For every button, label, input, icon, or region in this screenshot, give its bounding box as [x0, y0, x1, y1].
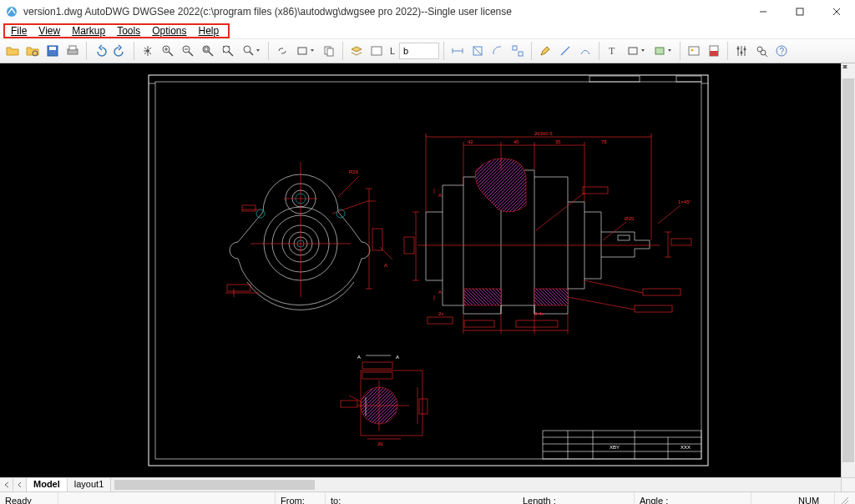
status-length: Length : [518, 492, 635, 504]
layer-prev-button[interactable] [367, 42, 386, 60]
svg-rect-9 [69, 46, 76, 50]
maximize-button[interactable] [782, 0, 818, 23]
markup-brush-button[interactable] [576, 42, 594, 60]
svg-rect-63 [543, 431, 701, 459]
svg-rect-28 [372, 47, 382, 55]
markup-line-button[interactable] [556, 42, 574, 60]
toolbar-separator [599, 42, 600, 60]
zoom-window-button[interactable] [199, 42, 217, 60]
menu-view[interactable]: View [33, 25, 66, 37]
copy-button[interactable] [320, 42, 338, 60]
tab-prev-button[interactable] [13, 478, 27, 491]
minimize-button[interactable] [745, 0, 782, 23]
help-button[interactable]: ? [772, 42, 791, 60]
svg-line-102 [380, 247, 392, 260]
open-button[interactable] [3, 42, 22, 60]
text-button[interactable]: T [604, 42, 622, 60]
tab-model[interactable]: Model [27, 478, 68, 491]
title-bar: version1.dwg AutoDWG DWGSee 2022(c:\prog… [0, 0, 855, 23]
svg-text:?: ? [780, 47, 785, 56]
svg-text:T: T [609, 45, 615, 57]
zoom-dropdown[interactable] [239, 42, 264, 60]
svg-rect-165 [362, 362, 392, 369]
svg-line-12 [169, 52, 173, 56]
svg-point-48 [741, 52, 743, 54]
svg-text:R26: R26 [349, 169, 359, 174]
toolbar-separator [727, 42, 728, 60]
drawing-canvas[interactable]: XBY XXX [0, 63, 855, 477]
export-pdf-button[interactable] [705, 42, 723, 60]
menu-markup[interactable]: Markup [66, 25, 111, 37]
front-view: R26 A [225, 162, 392, 310]
settings-button[interactable] [732, 42, 751, 60]
browse-button[interactable] [23, 42, 42, 60]
svg-rect-25 [298, 48, 306, 54]
undo-button[interactable] [91, 42, 109, 60]
svg-text:A: A [396, 355, 399, 360]
hscroll-thumb[interactable] [114, 480, 315, 490]
vertical-scrollbar[interactable] [841, 63, 855, 477]
svg-rect-155 [583, 187, 608, 194]
shape-stamp-dropdown[interactable] [650, 42, 675, 60]
measure-arc-button[interactable] [488, 42, 507, 60]
menu-tools[interactable]: Tools [111, 25, 146, 37]
svg-line-33 [473, 47, 482, 55]
svg-line-94 [332, 201, 367, 214]
toolbar-separator [134, 42, 134, 60]
scroll-thumb[interactable] [842, 78, 854, 462]
print-button[interactable] [63, 42, 82, 60]
svg-point-41 [691, 49, 694, 52]
svg-rect-112 [618, 235, 630, 240]
detail-view: A A 26 [341, 355, 428, 446]
status-num: NUM [793, 492, 835, 504]
svg-rect-2 [797, 8, 803, 15]
svg-rect-73 [589, 76, 640, 82]
svg-line-52 [765, 54, 767, 57]
svg-rect-60 [155, 82, 701, 459]
horizontal-scrollbar[interactable] [111, 478, 841, 491]
svg-text:XXX: XXX [680, 445, 691, 450]
tab-first-button[interactable] [0, 478, 13, 491]
link-button[interactable] [273, 42, 291, 60]
tab-layout1[interactable]: layout1 [68, 478, 111, 491]
svg-text:A: A [438, 290, 442, 295]
svg-line-24 [250, 52, 253, 55]
find-button[interactable] [752, 42, 771, 60]
layer-button[interactable] [347, 42, 366, 60]
zoom-in-button[interactable] [159, 42, 177, 60]
markup-pen-button[interactable] [536, 42, 554, 60]
shape-rect-dropdown[interactable] [624, 42, 649, 60]
redo-button[interactable] [111, 42, 129, 60]
svg-rect-43 [710, 51, 718, 56]
svg-text:A: A [438, 193, 442, 198]
measure-count-button[interactable] [508, 42, 527, 60]
link-dropdown[interactable] [293, 42, 318, 60]
svg-rect-74 [676, 76, 701, 82]
svg-rect-149 [404, 237, 414, 254]
layer-combo[interactable]: b [399, 43, 439, 59]
menu-help[interactable]: Help [193, 25, 225, 37]
zoom-extents-button[interactable] [219, 42, 237, 60]
svg-rect-7 [49, 47, 56, 50]
svg-line-16 [189, 52, 193, 56]
zoom-out-button[interactable] [179, 42, 197, 60]
menu-bar: File View Markup Tools Options Help [0, 23, 855, 38]
pan-button[interactable] [139, 42, 157, 60]
toolbar: L b T ? [0, 38, 855, 63]
measure-dist-button[interactable] [448, 42, 467, 60]
menu-options[interactable]: Options [146, 25, 192, 37]
svg-text:26: 26 [377, 441, 383, 446]
save-button[interactable] [43, 42, 62, 60]
scroll-down-icon[interactable] [842, 463, 855, 477]
svg-point-87 [256, 209, 265, 218]
resize-grip[interactable] [835, 492, 855, 504]
export-image-button[interactable] [685, 42, 703, 60]
close-button[interactable] [818, 0, 855, 23]
measure-area-button[interactable] [468, 42, 487, 60]
toolbar-separator [342, 42, 343, 60]
svg-point-49 [744, 48, 746, 51]
svg-rect-129 [671, 239, 691, 245]
toolbar-separator [443, 42, 444, 60]
menu-file[interactable]: File [5, 25, 33, 37]
svg-rect-27 [327, 48, 333, 56]
